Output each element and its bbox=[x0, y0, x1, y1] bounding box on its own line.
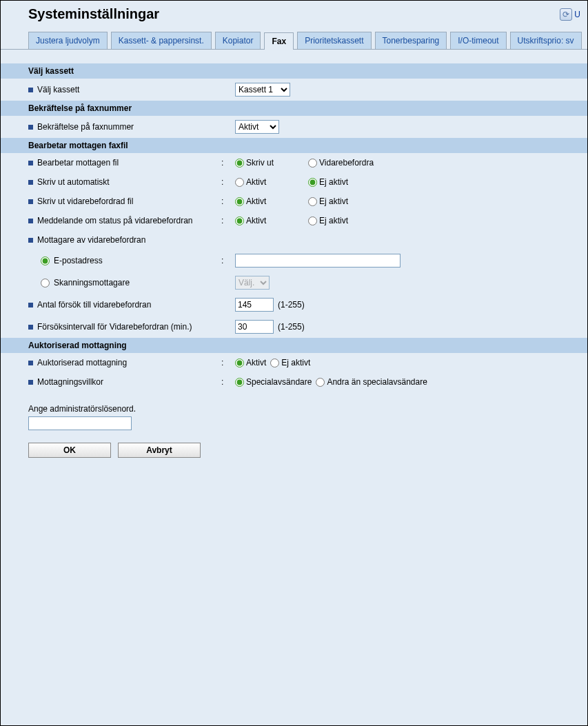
input-intervall[interactable] bbox=[235, 320, 274, 334]
bullet-icon bbox=[28, 125, 33, 130]
section-valj-kassett: Välj kassett bbox=[1, 63, 587, 79]
bullet-icon bbox=[28, 380, 33, 385]
tab-toner[interactable]: Tonerbesparing bbox=[375, 32, 447, 49]
page-title: Systeminställningar bbox=[28, 6, 159, 22]
radio-medd-ej[interactable] bbox=[308, 216, 317, 225]
tab-fax[interactable]: Fax bbox=[264, 32, 294, 50]
select-kassett[interactable]: Kassett 1 bbox=[235, 83, 290, 97]
radio-special[interactable] bbox=[235, 378, 244, 387]
radio-label-skriv-ut: Skriv ut bbox=[246, 158, 274, 168]
bullet-icon bbox=[28, 161, 33, 165]
radio-label-vidare-ej: Ej aktivt bbox=[319, 196, 348, 206]
colon: : bbox=[221, 177, 235, 187]
radio-label-medd-aktivt: Aktivt bbox=[246, 216, 266, 225]
bullet-icon bbox=[28, 325, 33, 330]
bullet-icon bbox=[28, 199, 33, 204]
bullet-icon bbox=[28, 361, 33, 365]
input-admin-password[interactable] bbox=[28, 416, 132, 430]
label-aukt: Auktoriserad mottagning bbox=[37, 358, 127, 367]
bullet-icon bbox=[28, 180, 33, 185]
input-antal[interactable] bbox=[235, 298, 274, 312]
radio-label-auto-aktivt: Aktivt bbox=[246, 177, 266, 187]
input-epost[interactable] bbox=[235, 254, 401, 268]
tabs: Justera ljudvolym Kassett- & pappersinst… bbox=[1, 25, 587, 50]
radio-skriv-ut[interactable] bbox=[235, 159, 244, 168]
radio-vidarebefordra[interactable] bbox=[308, 159, 317, 168]
radio-andra[interactable] bbox=[316, 378, 325, 387]
colon: : bbox=[221, 216, 235, 225]
radio-epost[interactable] bbox=[41, 256, 50, 265]
colon: : bbox=[221, 358, 235, 367]
colon: : bbox=[221, 196, 235, 206]
hint-intervall: (1-255) bbox=[278, 322, 305, 332]
bullet-icon bbox=[28, 238, 33, 243]
select-bekraftelse[interactable]: Aktivt bbox=[235, 120, 279, 134]
radio-medd-aktivt[interactable] bbox=[235, 216, 244, 225]
radio-label-special: Specialavsändare bbox=[246, 377, 312, 387]
radio-aukt-aktivt[interactable] bbox=[235, 359, 244, 367]
label-bearbetar-fil: Bearbetar mottagen fil bbox=[37, 158, 119, 168]
radio-label-vidarebefordra: Vidarebefordra bbox=[319, 158, 374, 168]
radio-label-aukt-ej: Ej aktivt bbox=[281, 358, 310, 367]
label-intervall: Försöksintervall för Vidarebefordran (mi… bbox=[37, 322, 192, 332]
radio-auto-aktivt[interactable] bbox=[235, 178, 244, 187]
tab-io[interactable]: I/O-timeout bbox=[450, 32, 506, 49]
label-mottagare: Mottagare av vidarebefordran bbox=[37, 235, 145, 245]
radio-vidare-aktivt[interactable] bbox=[235, 197, 244, 206]
label-skriv-vidare: Skriv ut vidarebefordrad fil bbox=[37, 196, 133, 206]
colon: : bbox=[221, 377, 235, 387]
radio-label-medd-ej: Ej aktivt bbox=[319, 216, 348, 225]
label-epost: E-postadress bbox=[54, 256, 103, 265]
section-bekraftelse: Bekräftelse på faxnummer bbox=[1, 101, 587, 116]
tab-cassette[interactable]: Kassett- & pappersinst. bbox=[111, 32, 212, 49]
radio-auto-ej[interactable] bbox=[308, 178, 317, 187]
select-skann: Välj. bbox=[235, 276, 270, 290]
section-auktoriserad: Auktoriserad mottagning bbox=[1, 338, 587, 353]
tab-print-prio[interactable]: Utskriftsprio: sv bbox=[510, 32, 582, 49]
refresh-label: U bbox=[574, 10, 580, 19]
refresh-icon[interactable]: ⟳ bbox=[560, 8, 572, 21]
label-antal: Antal försök till vidarebefordran bbox=[37, 300, 151, 310]
refresh-area: ⟳ U bbox=[560, 8, 580, 21]
tab-copier[interactable]: Kopiator bbox=[215, 32, 261, 49]
bullet-icon bbox=[28, 88, 33, 92]
radio-label-andra: Andra än specialavsändare bbox=[327, 377, 427, 387]
section-bearbetar: Bearbetar mottagen faxfil bbox=[1, 138, 587, 153]
label-villkor: Mottagningsvillkor bbox=[37, 377, 103, 387]
bullet-icon bbox=[28, 219, 33, 223]
colon: : bbox=[221, 158, 235, 168]
radio-aukt-ej[interactable] bbox=[270, 359, 279, 367]
cancel-button[interactable]: Avbryt bbox=[118, 443, 201, 458]
label-bekraftelse: Bekräftelse på faxnummer bbox=[37, 122, 134, 132]
tab-priority[interactable]: Prioritetskassett bbox=[297, 32, 371, 49]
label-meddelande: Meddelande om status på vidarebefordran bbox=[37, 216, 192, 225]
tab-audio[interactable]: Justera ljudvolym bbox=[28, 32, 108, 49]
admin-label: Ange administratörslösenord. bbox=[28, 404, 587, 414]
radio-skann[interactable] bbox=[41, 279, 50, 288]
ok-button[interactable]: OK bbox=[28, 443, 111, 458]
colon: : bbox=[221, 256, 235, 265]
bullet-icon bbox=[28, 303, 33, 307]
radio-vidare-ej[interactable] bbox=[308, 197, 317, 206]
label-skriv-auto: Skriv ut automatiskt bbox=[37, 177, 110, 187]
hint-antal: (1-255) bbox=[278, 300, 305, 310]
label-skann: Skanningsmottagare bbox=[54, 278, 130, 288]
radio-label-auto-ej: Ej aktivt bbox=[319, 177, 348, 187]
label-valj-kassett: Välj kassett bbox=[37, 85, 79, 94]
radio-label-vidare-aktivt: Aktivt bbox=[246, 196, 266, 206]
radio-label-aukt-aktivt: Aktivt bbox=[246, 358, 266, 367]
